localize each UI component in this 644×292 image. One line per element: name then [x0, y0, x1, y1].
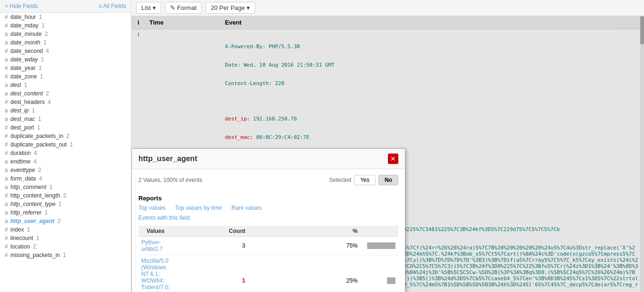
- field-name-endtime: endtime: [10, 158, 31, 165]
- field-name-http_user_agent: http_user_agent: [10, 218, 54, 224]
- hide-fields-button[interactable]: < Hide Fields: [5, 3, 38, 9]
- field-name-date_hour: date_hour: [10, 14, 36, 20]
- sidebar-field-dest_mac[interactable]: a dest_mac 1: [0, 115, 131, 123]
- count-col-header: Count: [172, 226, 248, 237]
- value-count-1: 1: [172, 255, 248, 292]
- sidebar-field-dest_port[interactable]: # dest_port 1: [0, 123, 131, 132]
- sidebar-field-date_wday[interactable]: a date_wday 1: [0, 55, 131, 64]
- sidebar-field-http_comment[interactable]: a http_comment 1: [0, 183, 131, 191]
- sidebar-field-missing_packets_in[interactable]: # missing_packets_in 1: [0, 251, 131, 259]
- field-name-form_data: form_data: [10, 175, 36, 182]
- modal-selected-row: Selected Yes No: [329, 175, 398, 185]
- pct-col-header: %: [248, 226, 361, 237]
- field-name-date_mday: date_mday: [10, 22, 38, 29]
- field-name-eventtype: eventtype: [10, 167, 35, 173]
- modal-title-bar: http_user_agent ✕: [132, 149, 405, 169]
- sidebar-field-location[interactable]: # location 2: [0, 242, 131, 251]
- sidebar-field-endtime[interactable]: a endtime 4: [0, 157, 131, 166]
- field-name-date_month: date_month: [10, 39, 40, 46]
- sidebar-field-date_second[interactable]: # date_second 4: [0, 47, 131, 55]
- sidebar-field-date_mday[interactable]: # date_mday 1: [0, 21, 131, 30]
- modal-body: 2 Values, 100% of events Selected Yes No…: [132, 169, 405, 292]
- field-name-date_second: date_second: [10, 48, 43, 54]
- sidebar-field-dest_ip[interactable]: a dest_ip 1: [0, 106, 131, 115]
- events-with-field-link[interactable]: Events with this field: [138, 215, 190, 221]
- rare-values-link[interactable]: Rare values: [232, 205, 262, 211]
- field-name-missing_packets_in: missing_packets_in: [10, 252, 60, 258]
- field-name-http_content_type: http_content_type: [10, 201, 55, 207]
- per-page-label: 20 Per Page: [211, 4, 245, 11]
- sidebar-field-dest_content[interactable]: a dest_content 2: [0, 89, 131, 98]
- sidebar-field-date_zone[interactable]: # date_zone 1: [0, 72, 131, 81]
- sidebar-field-dest_headers[interactable]: # dest_headers 4: [0, 98, 131, 106]
- sidebar-field-date_hour[interactable]: # date_hour 1: [0, 13, 131, 21]
- sidebar-field-date_month[interactable]: a date_month 1: [0, 38, 131, 47]
- field-name-dest_ip: dest_ip: [10, 107, 29, 114]
- sidebar-fields-list: # date_hour 1# date_mday 1a date_minute …: [0, 13, 131, 259]
- field-name-duplicate_packets_out: duplicate_packets_out: [10, 141, 67, 148]
- field-name-date_year: date_year: [10, 65, 35, 71]
- top-values-by-time-link[interactable]: Top values by time: [175, 205, 222, 211]
- value-row-0: Python-urllib/2.7375%: [138, 237, 398, 255]
- modal-overlay: http_user_agent ✕ 2 Values, 100% of even…: [131, 16, 644, 292]
- modal-subtitle: 2 Values, 100% of events: [138, 177, 202, 183]
- sidebar-field-date_year[interactable]: # date_year 1: [0, 64, 131, 72]
- field-name-date_minute: date_minute: [10, 31, 42, 37]
- field-name-http_comment: http_comment: [10, 184, 46, 190]
- list-button[interactable]: List ▾: [136, 2, 161, 14]
- sidebar-field-http_user_agent[interactable]: a http_user_agent 2: [0, 217, 131, 225]
- value-name-0[interactable]: Python-urllib/2.7: [138, 237, 172, 255]
- event-table: i Time Event i X-Powered-By: PHP/5.5.38 …: [131, 16, 644, 292]
- per-page-button[interactable]: 20 Per Page ▾: [206, 2, 255, 14]
- sidebar-field-date_minute[interactable]: a date_minute 2: [0, 30, 131, 38]
- format-label: ✎ Format: [170, 4, 197, 11]
- per-page-chevron-icon: ▾: [247, 4, 250, 11]
- field-name-http_referrer: http_referrer: [10, 209, 42, 216]
- field-name-index: index: [10, 226, 24, 233]
- sidebar-field-dest[interactable]: a dest 1: [0, 81, 131, 89]
- sidebar: < Hide Fields ≡ All Fields # date_hour 1…: [0, 0, 131, 292]
- values-table: Values Count % Python-urllib/2.7375%Mozi…: [138, 226, 398, 292]
- bar-col-header: [361, 226, 398, 237]
- field-name-dest_content: dest_content: [10, 90, 43, 97]
- field-name-dest: dest: [10, 82, 21, 88]
- field-name-dest_port: dest_port: [10, 124, 34, 131]
- sidebar-field-http_content_length[interactable]: # http_content_length 2: [0, 191, 131, 200]
- list-label: List: [141, 4, 151, 11]
- field-name-duration: duration: [10, 150, 31, 156]
- top-values-link[interactable]: Top values: [138, 205, 165, 211]
- field-name-http_content_length: http_content_length: [10, 192, 60, 199]
- content-area: List ▾ ✎ Format 20 Per Page ▾ i Time Eve…: [131, 0, 644, 292]
- sidebar-field-duplicate_packets_out[interactable]: # duplicate_packets_out 1: [0, 140, 131, 149]
- format-button[interactable]: ✎ Format: [165, 2, 202, 14]
- field-name-date_wday: date_wday: [10, 56, 38, 63]
- value-name-1[interactable]: Mozilla/5.0 (Windows NT 6.1; WOW64; Trid…: [138, 255, 172, 292]
- field-name-linecount: linecount: [10, 235, 33, 241]
- value-row-1: Mozilla/5.0 (Windows NT 6.1; WOW64; Trid…: [138, 255, 398, 292]
- sidebar-field-http_content_type[interactable]: a http_content_type 1: [0, 200, 131, 208]
- sidebar-field-http_referrer[interactable]: a http_referrer 1: [0, 208, 131, 217]
- all-fields-button[interactable]: ≡ All Fields: [99, 3, 126, 9]
- sidebar-header: < Hide Fields ≡ All Fields: [0, 0, 131, 13]
- values-col-header: Values: [138, 226, 172, 237]
- reports-title: Reports: [138, 195, 398, 202]
- sidebar-field-index[interactable]: # index 1: [0, 225, 131, 234]
- modal-close-button[interactable]: ✕: [388, 154, 398, 164]
- value-pct-0: 75%: [248, 237, 361, 255]
- toolbar: List ▾ ✎ Format 20 Per Page ▾: [131, 0, 644, 16]
- list-chevron-icon: ▾: [153, 4, 156, 11]
- yes-button[interactable]: Yes: [354, 175, 376, 185]
- field-name-location: location: [10, 243, 30, 250]
- sidebar-field-duplicate_packets_in[interactable]: # duplicate_packets_in 2: [0, 132, 131, 140]
- selected-label: Selected: [329, 177, 352, 183]
- no-button[interactable]: No: [378, 175, 398, 185]
- sidebar-field-form_data[interactable]: a form_data 4: [0, 174, 131, 183]
- field-name-dest_headers: dest_headers: [10, 99, 45, 105]
- field-name-dest_mac: dest_mac: [10, 116, 35, 122]
- sidebar-field-eventtype[interactable]: a eventtype 2: [0, 166, 131, 174]
- reports-links: Top values Top values by time Rare value…: [138, 205, 398, 211]
- values-tbody: Python-urllib/2.7375%Mozilla/5.0 (Window…: [138, 237, 398, 292]
- sidebar-field-duration[interactable]: # duration 4: [0, 149, 131, 157]
- http-user-agent-modal: http_user_agent ✕ 2 Values, 100% of even…: [131, 148, 405, 292]
- sidebar-field-linecount[interactable]: # linecount 1: [0, 234, 131, 242]
